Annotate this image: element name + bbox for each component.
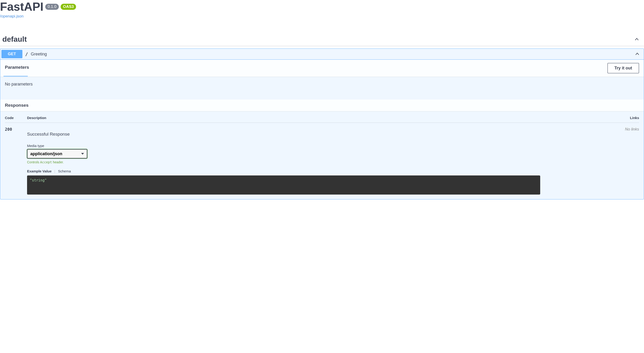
operation-summary-text: Greeting [31, 52, 635, 57]
hint-suffix: header. [52, 160, 64, 164]
api-header: FastAPI 0.1.0 OAS3 /openapi.json [0, 0, 644, 19]
table-row: 200 Successful Response Media type appli… [5, 127, 639, 195]
operation-body: Parameters Try it out No parameters Resp… [0, 59, 644, 199]
media-type-select[interactable]: application/json [27, 149, 87, 158]
example-code-block: "string" [27, 175, 540, 195]
version-badge: 0.1.0 [45, 4, 59, 10]
tab-divider: | [54, 169, 55, 173]
operation-path: / [22, 51, 31, 57]
hint-code: Accept [40, 160, 52, 164]
responses-header: Responses [0, 99, 644, 111]
column-links: Links [617, 116, 639, 120]
operation-block: GET / Greeting Parameters Try it out No … [0, 48, 644, 199]
title-row: FastAPI 0.1.0 OAS3 [0, 0, 644, 13]
table-header-row: Code Description Links [5, 116, 639, 123]
chevron-up-icon [635, 51, 640, 57]
parameters-body: No parameters [0, 77, 644, 99]
column-code: Code [5, 116, 27, 120]
section-tag-default[interactable]: default [0, 33, 644, 46]
example-tabs: Example Value | Schema [27, 169, 617, 173]
tab-example-value[interactable]: Example Value [27, 169, 52, 173]
try-it-out-button[interactable]: Try it out [608, 63, 639, 73]
hint-prefix: Controls [27, 160, 40, 164]
oas-badge: OAS3 [61, 4, 76, 10]
api-title: FastAPI [0, 0, 44, 13]
tab-underline [4, 76, 28, 77]
responses-table: Code Description Links 200 Successful Re… [0, 111, 644, 199]
media-type-label: Media type [27, 144, 617, 148]
response-description: Successful Response [27, 132, 617, 137]
response-description-cell: Successful Response Media type applicati… [27, 127, 617, 195]
parameters-header: Parameters Try it out [0, 60, 644, 77]
chevron-up-icon [634, 37, 639, 42]
operation-summary[interactable]: GET / Greeting [0, 49, 644, 59]
responses-title: Responses [5, 103, 28, 108]
openapi-json-link[interactable]: /openapi.json [0, 14, 644, 19]
response-links: No links [617, 127, 639, 195]
no-parameters-text: No parameters [5, 82, 639, 87]
accept-header-hint: Controls Accept header. [27, 160, 617, 164]
example-value: "string" [30, 178, 47, 182]
tab-schema[interactable]: Schema [58, 169, 71, 173]
parameters-tab[interactable]: Parameters [5, 65, 29, 72]
column-description: Description [27, 116, 617, 120]
response-code: 200 [5, 127, 27, 195]
media-type-select-wrapper: application/json [27, 149, 87, 158]
method-badge-get: GET [2, 50, 22, 58]
section-name: default [2, 35, 27, 43]
